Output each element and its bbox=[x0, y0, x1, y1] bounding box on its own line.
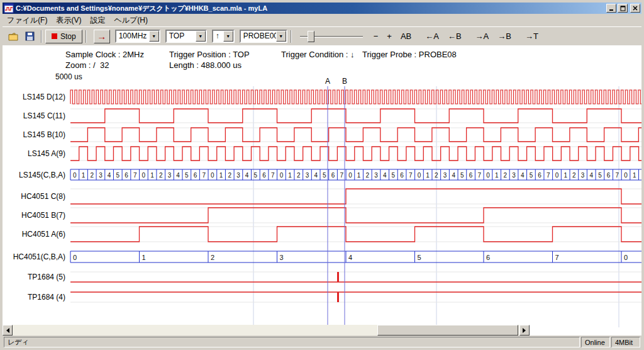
save-floppy-icon bbox=[25, 31, 35, 41]
waveform-LS145 A(9) bbox=[70, 147, 641, 161]
zoom-slider[interactable] bbox=[300, 30, 363, 43]
status-memory: 4MBit bbox=[611, 337, 640, 347]
bus-value: 2 bbox=[211, 254, 214, 261]
bus-value: 0 bbox=[624, 254, 628, 261]
bus-value: 6 bbox=[607, 172, 611, 179]
bus-value: 4 bbox=[348, 254, 352, 261]
dropdown-arrow-icon[interactable]: ▼ bbox=[196, 31, 206, 42]
bus-value: 1 bbox=[564, 172, 567, 179]
zoom-in-button[interactable]: + bbox=[384, 30, 395, 42]
bus-value: 6 bbox=[125, 172, 128, 179]
window-title: C:¥Documents and Settings¥noname¥デスクトップ¥… bbox=[16, 4, 606, 13]
channel-label: TP1684 (4) bbox=[28, 293, 65, 302]
save-button[interactable] bbox=[21, 29, 38, 44]
sample-clock-select[interactable]: 100MHz ▼ bbox=[115, 30, 160, 43]
trigger-edge-select[interactable]: ↑ ▼ bbox=[212, 30, 235, 43]
bus-value: 0 bbox=[280, 172, 284, 179]
horizontal-scrollbar[interactable] bbox=[3, 325, 530, 336]
cursor-B-label: B bbox=[342, 77, 347, 86]
bus-value: 6 bbox=[262, 172, 266, 179]
bus-value: 4 bbox=[314, 172, 318, 179]
open-folder-icon bbox=[8, 32, 19, 41]
toolbar-separator bbox=[41, 30, 42, 43]
goto-a-right-button[interactable]: →A bbox=[472, 30, 492, 42]
bus-value: 6 bbox=[194, 172, 197, 179]
dropdown-arrow-icon[interactable]: ▼ bbox=[149, 31, 159, 42]
stop-button-label: Stop bbox=[60, 32, 76, 41]
time-ruler-label: 5000 us bbox=[55, 72, 82, 81]
dropdown-arrow-icon[interactable]: ▼ bbox=[276, 31, 286, 42]
channel-label: HC4051(C,B,A) bbox=[13, 252, 65, 261]
bus-value: 6 bbox=[538, 172, 541, 179]
maximize-button[interactable] bbox=[618, 4, 628, 13]
bus-value: 6 bbox=[331, 172, 335, 179]
channel-label: LS145 D(12) bbox=[23, 93, 65, 101]
menubar: ファイル(F) 表示(V) 設定 ヘルプ(H) bbox=[3, 14, 641, 26]
scroll-right-button[interactable] bbox=[519, 325, 530, 336]
titlebar[interactable]: C:¥Documents and Settings¥noname¥デスクトップ¥… bbox=[3, 3, 641, 14]
trigger-probe-select[interactable]: PROBE00 ▼ bbox=[240, 30, 287, 43]
menu-file[interactable]: ファイル(F) bbox=[3, 14, 52, 27]
waveform-plot: LS145 D(12)LS145 C(11)LS145 B(10)LS145 A… bbox=[3, 45, 641, 328]
close-button[interactable] bbox=[630, 4, 640, 13]
scrollbar-thumb[interactable] bbox=[377, 325, 518, 336]
minimize-icon bbox=[609, 6, 614, 11]
goto-b-right-button[interactable]: →B bbox=[494, 30, 514, 42]
bus-value: 4 bbox=[108, 172, 111, 179]
bus-value: 0 bbox=[211, 172, 214, 179]
bus-value: 2 bbox=[159, 172, 163, 179]
minimize-button[interactable] bbox=[606, 4, 616, 13]
run-button[interactable]: → bbox=[94, 30, 110, 43]
scroll-right-icon bbox=[523, 328, 528, 333]
zoom-info: Zoom : / 32 bbox=[65, 60, 109, 70]
bus-value: 0 bbox=[73, 254, 77, 261]
toolbar-separator bbox=[86, 30, 87, 43]
bus-value: 7 bbox=[477, 172, 481, 179]
trigger-position-select[interactable]: TOP ▼ bbox=[165, 30, 207, 43]
bus-value: 1 bbox=[426, 172, 430, 179]
bus-value: 7 bbox=[202, 172, 206, 179]
goto-b-left-button[interactable]: ←B bbox=[445, 30, 465, 42]
menu-help[interactable]: ヘルプ(H) bbox=[109, 14, 152, 27]
waveform-LS145 C(11) bbox=[70, 109, 641, 123]
waveform-HC4051 B(7) bbox=[70, 208, 641, 223]
status-online: Online bbox=[581, 337, 610, 347]
scroll-left-icon bbox=[4, 328, 9, 333]
channel-label: HC4051 C(8) bbox=[21, 192, 65, 201]
bus-value: 4 bbox=[589, 172, 593, 179]
bus-value: 3 bbox=[512, 172, 516, 179]
menu-settings[interactable]: 設定 bbox=[86, 14, 109, 27]
channel-label: LS145(C,B,A) bbox=[19, 171, 65, 179]
bus-value: 0 bbox=[624, 172, 628, 179]
bus-value: 1 bbox=[633, 172, 636, 179]
bus-value: 7 bbox=[555, 254, 559, 261]
bus-value: 1 bbox=[219, 172, 223, 179]
bus-value: 1 bbox=[288, 172, 292, 179]
app-icon bbox=[4, 3, 14, 13]
waveform-HC4051 C(8) bbox=[70, 189, 641, 204]
channel-label: LS145 C(11) bbox=[23, 111, 65, 120]
bus-value: 1 bbox=[357, 172, 361, 179]
bus-value: 7 bbox=[409, 172, 413, 179]
scroll-left-button[interactable] bbox=[3, 325, 13, 336]
open-button[interactable] bbox=[5, 29, 21, 44]
trigger-condition-info: Trigger Condition : ↓ bbox=[281, 50, 355, 59]
slider-thumb[interactable] bbox=[308, 31, 314, 42]
goto-trigger-button[interactable]: →T bbox=[522, 30, 541, 42]
bus-value: 0 bbox=[555, 172, 559, 179]
bus-value: 5 bbox=[116, 172, 120, 179]
goto-a-left-button[interactable]: ←A bbox=[422, 30, 442, 42]
bus-value: 4 bbox=[383, 172, 387, 179]
zoom-out-button[interactable]: − bbox=[370, 30, 382, 42]
menu-view[interactable]: 表示(V) bbox=[52, 14, 86, 27]
channel-label: LS145 B(10) bbox=[23, 130, 65, 139]
waveform-HC4051 A(6) bbox=[70, 227, 641, 242]
toolbar: Stop → 100MHz ▼ TOP ▼ ↑ ▼ PROBE00 ▼ − + … bbox=[3, 26, 641, 45]
bus-value: 4 bbox=[245, 172, 249, 179]
channel-label: TP1684 (5) bbox=[28, 273, 65, 281]
dropdown-arrow-icon[interactable]: ▼ bbox=[223, 31, 233, 42]
bus-value: 7 bbox=[133, 172, 137, 179]
bus-value: 1 bbox=[495, 172, 499, 179]
stop-button[interactable]: Stop bbox=[45, 30, 82, 43]
ab-button[interactable]: AB bbox=[397, 30, 414, 42]
